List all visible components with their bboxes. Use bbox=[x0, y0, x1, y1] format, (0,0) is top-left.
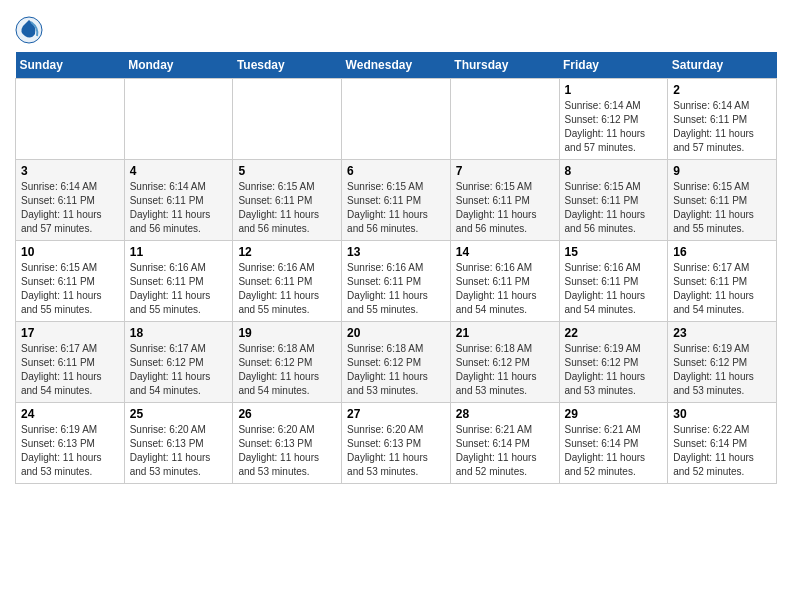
day-info: Sunrise: 6:16 AM Sunset: 6:11 PM Dayligh… bbox=[456, 261, 554, 317]
calendar-cell: 20Sunrise: 6:18 AM Sunset: 6:12 PM Dayli… bbox=[342, 322, 451, 403]
day-number: 4 bbox=[130, 164, 228, 178]
calendar-week-2: 3Sunrise: 6:14 AM Sunset: 6:11 PM Daylig… bbox=[16, 160, 777, 241]
day-number: 21 bbox=[456, 326, 554, 340]
calendar-cell: 30Sunrise: 6:22 AM Sunset: 6:14 PM Dayli… bbox=[668, 403, 777, 484]
day-number: 18 bbox=[130, 326, 228, 340]
calendar-cell: 25Sunrise: 6:20 AM Sunset: 6:13 PM Dayli… bbox=[124, 403, 233, 484]
calendar-cell: 15Sunrise: 6:16 AM Sunset: 6:11 PM Dayli… bbox=[559, 241, 668, 322]
calendar-cell: 3Sunrise: 6:14 AM Sunset: 6:11 PM Daylig… bbox=[16, 160, 125, 241]
header bbox=[15, 10, 777, 44]
calendar-week-3: 10Sunrise: 6:15 AM Sunset: 6:11 PM Dayli… bbox=[16, 241, 777, 322]
day-info: Sunrise: 6:15 AM Sunset: 6:11 PM Dayligh… bbox=[565, 180, 663, 236]
calendar-cell: 6Sunrise: 6:15 AM Sunset: 6:11 PM Daylig… bbox=[342, 160, 451, 241]
day-number: 9 bbox=[673, 164, 771, 178]
calendar-cell bbox=[233, 79, 342, 160]
calendar-cell: 29Sunrise: 6:21 AM Sunset: 6:14 PM Dayli… bbox=[559, 403, 668, 484]
logo-icon bbox=[15, 16, 43, 44]
day-info: Sunrise: 6:22 AM Sunset: 6:14 PM Dayligh… bbox=[673, 423, 771, 479]
calendar-cell: 23Sunrise: 6:19 AM Sunset: 6:12 PM Dayli… bbox=[668, 322, 777, 403]
day-number: 24 bbox=[21, 407, 119, 421]
calendar-cell: 26Sunrise: 6:20 AM Sunset: 6:13 PM Dayli… bbox=[233, 403, 342, 484]
day-info: Sunrise: 6:16 AM Sunset: 6:11 PM Dayligh… bbox=[130, 261, 228, 317]
day-info: Sunrise: 6:15 AM Sunset: 6:11 PM Dayligh… bbox=[673, 180, 771, 236]
day-info: Sunrise: 6:20 AM Sunset: 6:13 PM Dayligh… bbox=[130, 423, 228, 479]
day-info: Sunrise: 6:17 AM Sunset: 6:11 PM Dayligh… bbox=[21, 342, 119, 398]
weekday-header-saturday: Saturday bbox=[668, 52, 777, 79]
calendar-cell bbox=[342, 79, 451, 160]
day-number: 13 bbox=[347, 245, 445, 259]
day-info: Sunrise: 6:18 AM Sunset: 6:12 PM Dayligh… bbox=[347, 342, 445, 398]
day-number: 3 bbox=[21, 164, 119, 178]
day-info: Sunrise: 6:16 AM Sunset: 6:11 PM Dayligh… bbox=[565, 261, 663, 317]
day-number: 2 bbox=[673, 83, 771, 97]
day-number: 28 bbox=[456, 407, 554, 421]
calendar-week-4: 17Sunrise: 6:17 AM Sunset: 6:11 PM Dayli… bbox=[16, 322, 777, 403]
calendar-cell: 27Sunrise: 6:20 AM Sunset: 6:13 PM Dayli… bbox=[342, 403, 451, 484]
day-number: 8 bbox=[565, 164, 663, 178]
calendar-cell: 5Sunrise: 6:15 AM Sunset: 6:11 PM Daylig… bbox=[233, 160, 342, 241]
day-info: Sunrise: 6:21 AM Sunset: 6:14 PM Dayligh… bbox=[456, 423, 554, 479]
day-number: 17 bbox=[21, 326, 119, 340]
weekday-header-friday: Friday bbox=[559, 52, 668, 79]
day-info: Sunrise: 6:14 AM Sunset: 6:11 PM Dayligh… bbox=[21, 180, 119, 236]
calendar-cell: 24Sunrise: 6:19 AM Sunset: 6:13 PM Dayli… bbox=[16, 403, 125, 484]
calendar-cell: 10Sunrise: 6:15 AM Sunset: 6:11 PM Dayli… bbox=[16, 241, 125, 322]
day-info: Sunrise: 6:15 AM Sunset: 6:11 PM Dayligh… bbox=[456, 180, 554, 236]
day-info: Sunrise: 6:18 AM Sunset: 6:12 PM Dayligh… bbox=[238, 342, 336, 398]
day-info: Sunrise: 6:18 AM Sunset: 6:12 PM Dayligh… bbox=[456, 342, 554, 398]
calendar-cell: 2Sunrise: 6:14 AM Sunset: 6:11 PM Daylig… bbox=[668, 79, 777, 160]
day-info: Sunrise: 6:17 AM Sunset: 6:11 PM Dayligh… bbox=[673, 261, 771, 317]
calendar-cell: 21Sunrise: 6:18 AM Sunset: 6:12 PM Dayli… bbox=[450, 322, 559, 403]
day-number: 26 bbox=[238, 407, 336, 421]
calendar-cell: 1Sunrise: 6:14 AM Sunset: 6:12 PM Daylig… bbox=[559, 79, 668, 160]
day-number: 1 bbox=[565, 83, 663, 97]
day-number: 12 bbox=[238, 245, 336, 259]
calendar-cell: 14Sunrise: 6:16 AM Sunset: 6:11 PM Dayli… bbox=[450, 241, 559, 322]
weekday-header-monday: Monday bbox=[124, 52, 233, 79]
calendar-cell bbox=[16, 79, 125, 160]
calendar-cell: 28Sunrise: 6:21 AM Sunset: 6:14 PM Dayli… bbox=[450, 403, 559, 484]
calendar-cell: 18Sunrise: 6:17 AM Sunset: 6:12 PM Dayli… bbox=[124, 322, 233, 403]
calendar-cell: 11Sunrise: 6:16 AM Sunset: 6:11 PM Dayli… bbox=[124, 241, 233, 322]
day-info: Sunrise: 6:14 AM Sunset: 6:12 PM Dayligh… bbox=[565, 99, 663, 155]
day-number: 30 bbox=[673, 407, 771, 421]
calendar-cell: 19Sunrise: 6:18 AM Sunset: 6:12 PM Dayli… bbox=[233, 322, 342, 403]
day-number: 22 bbox=[565, 326, 663, 340]
day-info: Sunrise: 6:15 AM Sunset: 6:11 PM Dayligh… bbox=[238, 180, 336, 236]
weekday-header-wednesday: Wednesday bbox=[342, 52, 451, 79]
day-info: Sunrise: 6:15 AM Sunset: 6:11 PM Dayligh… bbox=[347, 180, 445, 236]
day-info: Sunrise: 6:19 AM Sunset: 6:12 PM Dayligh… bbox=[673, 342, 771, 398]
calendar-body: 1Sunrise: 6:14 AM Sunset: 6:12 PM Daylig… bbox=[16, 79, 777, 484]
day-number: 27 bbox=[347, 407, 445, 421]
calendar-week-5: 24Sunrise: 6:19 AM Sunset: 6:13 PM Dayli… bbox=[16, 403, 777, 484]
day-number: 14 bbox=[456, 245, 554, 259]
weekday-header-tuesday: Tuesday bbox=[233, 52, 342, 79]
day-info: Sunrise: 6:20 AM Sunset: 6:13 PM Dayligh… bbox=[347, 423, 445, 479]
weekday-header-thursday: Thursday bbox=[450, 52, 559, 79]
calendar-cell: 16Sunrise: 6:17 AM Sunset: 6:11 PM Dayli… bbox=[668, 241, 777, 322]
day-info: Sunrise: 6:14 AM Sunset: 6:11 PM Dayligh… bbox=[673, 99, 771, 155]
calendar-cell: 9Sunrise: 6:15 AM Sunset: 6:11 PM Daylig… bbox=[668, 160, 777, 241]
header-row: SundayMondayTuesdayWednesdayThursdayFrid… bbox=[16, 52, 777, 79]
calendar-cell: 8Sunrise: 6:15 AM Sunset: 6:11 PM Daylig… bbox=[559, 160, 668, 241]
day-info: Sunrise: 6:19 AM Sunset: 6:13 PM Dayligh… bbox=[21, 423, 119, 479]
calendar-cell: 17Sunrise: 6:17 AM Sunset: 6:11 PM Dayli… bbox=[16, 322, 125, 403]
day-number: 23 bbox=[673, 326, 771, 340]
calendar-cell bbox=[124, 79, 233, 160]
calendar-cell: 7Sunrise: 6:15 AM Sunset: 6:11 PM Daylig… bbox=[450, 160, 559, 241]
calendar-cell: 22Sunrise: 6:19 AM Sunset: 6:12 PM Dayli… bbox=[559, 322, 668, 403]
day-number: 11 bbox=[130, 245, 228, 259]
day-number: 20 bbox=[347, 326, 445, 340]
logo bbox=[15, 16, 47, 44]
day-number: 7 bbox=[456, 164, 554, 178]
calendar-cell: 12Sunrise: 6:16 AM Sunset: 6:11 PM Dayli… bbox=[233, 241, 342, 322]
weekday-header-sunday: Sunday bbox=[16, 52, 125, 79]
day-number: 16 bbox=[673, 245, 771, 259]
calendar-cell: 13Sunrise: 6:16 AM Sunset: 6:11 PM Dayli… bbox=[342, 241, 451, 322]
day-number: 6 bbox=[347, 164, 445, 178]
day-number: 5 bbox=[238, 164, 336, 178]
day-info: Sunrise: 6:16 AM Sunset: 6:11 PM Dayligh… bbox=[238, 261, 336, 317]
calendar-cell bbox=[450, 79, 559, 160]
calendar-cell: 4Sunrise: 6:14 AM Sunset: 6:11 PM Daylig… bbox=[124, 160, 233, 241]
day-info: Sunrise: 6:19 AM Sunset: 6:12 PM Dayligh… bbox=[565, 342, 663, 398]
